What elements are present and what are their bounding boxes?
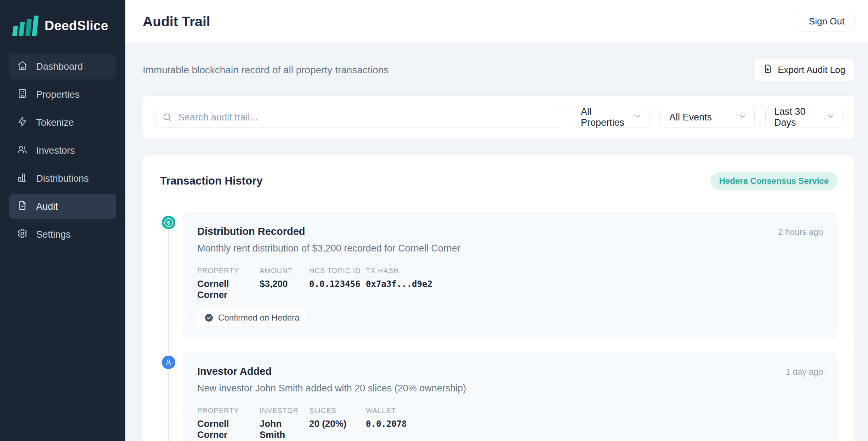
gear-icon <box>17 228 28 241</box>
file-download-icon <box>763 64 773 76</box>
event-marker <box>160 354 177 371</box>
home-icon <box>17 60 28 73</box>
field-label: INVESTOR <box>260 407 309 415</box>
field-label: PROPERTY <box>197 407 260 415</box>
sign-out-button[interactable]: Sign Out <box>799 11 855 32</box>
page-content: Immutable blockchain record of all prope… <box>125 43 868 441</box>
sidebar-item-audit[interactable]: Audit <box>9 194 116 219</box>
event-fields: PROPERTY Cornell Corner INVESTOR John Sm… <box>197 407 823 440</box>
transaction-history-card: Transaction History Hedera Consensus Ser… <box>143 155 855 441</box>
event-title: Distribution Recorded <box>197 226 305 237</box>
sidebar-item-distributions[interactable]: Distributions <box>9 166 116 191</box>
search-input[interactable] <box>155 107 561 128</box>
page-subheader: Immutable blockchain record of all prope… <box>143 59 855 81</box>
chevron-down-icon <box>826 112 835 123</box>
field-label: AMOUNT <box>260 267 309 275</box>
event-card: Distribution Recorded 2 hours ago Monthl… <box>183 213 838 339</box>
field-value: John Smith <box>260 418 309 440</box>
field-value: 0.0.2078 <box>366 418 823 429</box>
event-marker: $ <box>160 214 177 231</box>
event-timestamp: 1 day ago <box>786 366 823 377</box>
property-filter-value: All Properties <box>581 106 633 128</box>
sidebar-item-properties[interactable]: Properties <box>9 82 116 107</box>
sidebar-item-investors[interactable]: Investors <box>9 138 116 163</box>
event-timeline: $ Distribution Recorded 2 hours ago Mont… <box>160 213 838 441</box>
field-value: $3,200 <box>260 278 309 289</box>
status-label: Confirmed on Hedera <box>218 313 299 323</box>
sidebar-item-label: Tokenize <box>36 117 74 128</box>
check-circle-icon <box>204 313 214 322</box>
field-label: SLICES <box>309 407 366 415</box>
document-icon <box>17 200 28 213</box>
transaction-history-title: Transaction History <box>160 175 262 187</box>
sidebar-item-label: Investors <box>36 145 75 156</box>
field-value: Cornell Corner <box>197 418 260 440</box>
field-label: HCS TOPIC ID <box>309 267 366 275</box>
sidebar-item-tokenize[interactable]: Tokenize <box>9 110 116 135</box>
audit-event-investor: Investor Added 1 day ago New investor Jo… <box>160 353 838 441</box>
sidebar-item-label: Audit <box>36 201 58 212</box>
brand-logo: DeedSlice <box>9 0 116 54</box>
field-value: 0x7a3f...d9e2 <box>366 278 823 289</box>
filter-bar: All Properties All Events Last 30 Days <box>143 95 855 139</box>
search-box <box>155 107 561 128</box>
sidebar-nav: Dashboard Properties Tokenize Investors … <box>9 54 116 250</box>
field-value: Cornell Corner <box>197 278 260 300</box>
event-fields: PROPERTY Cornell Corner AMOUNT $3,200 HC… <box>197 267 823 300</box>
bar-chart-icon <box>17 172 28 185</box>
event-description: New investor John Smith added with 20 sl… <box>197 383 823 394</box>
event-timestamp: 2 hours ago <box>778 226 823 237</box>
page-description: Immutable blockchain record of all prope… <box>143 64 388 76</box>
event-title: Investor Added <box>197 366 272 377</box>
event-description: Monthly rent distribution of $3,200 reco… <box>197 243 823 254</box>
field-label: WALLET <box>366 407 823 415</box>
top-bar: Audit Trail Sign Out <box>125 0 868 43</box>
hedera-consensus-badge: Hedera Consensus Service <box>710 172 838 190</box>
search-icon <box>162 112 172 122</box>
audit-event-distribution: $ Distribution Recorded 2 hours ago Mont… <box>160 213 838 339</box>
sidebar-item-label: Distributions <box>36 173 89 184</box>
sidebar-item-settings[interactable]: Settings <box>9 222 116 247</box>
date-range-select[interactable]: Last 30 Days <box>765 107 843 128</box>
page-title: Audit Trail <box>143 14 210 29</box>
field-value: 20 (20%) <box>309 418 366 429</box>
event-filter-select[interactable]: All Events <box>660 107 755 128</box>
sidebar: DeedSlice Dashboard Properties Tokenize … <box>0 0 125 441</box>
investor-icon <box>162 356 175 369</box>
confirmed-status-badge: Confirmed on Hedera <box>197 310 306 326</box>
sidebar-item-dashboard[interactable]: Dashboard <box>9 54 116 79</box>
building-icon <box>17 88 28 101</box>
transaction-history-header: Transaction History Hedera Consensus Ser… <box>160 172 838 190</box>
lightning-icon <box>17 116 28 129</box>
chevron-down-icon <box>738 112 747 123</box>
event-filter-value: All Events <box>669 112 712 123</box>
event-card: Investor Added 1 day ago New investor Jo… <box>183 353 838 441</box>
dollar-circle-icon: $ <box>162 216 175 229</box>
field-label: TX HASH <box>366 267 823 275</box>
chevron-down-icon <box>633 112 642 123</box>
field-value: 0.0.123456 <box>309 278 366 289</box>
date-range-value: Last 30 Days <box>774 106 826 128</box>
field-label: PROPERTY <box>197 267 260 275</box>
deedslice-bars-icon <box>13 16 38 36</box>
brand-name: DeedSlice <box>45 18 108 33</box>
sidebar-item-label: Settings <box>36 229 71 240</box>
property-filter-select[interactable]: All Properties <box>572 107 650 128</box>
export-button-label: Export Audit Log <box>778 64 845 75</box>
export-audit-log-button[interactable]: Export Audit Log <box>753 59 855 81</box>
users-icon <box>17 144 28 157</box>
sidebar-item-label: Dashboard <box>36 61 83 72</box>
sidebar-item-label: Properties <box>36 89 80 100</box>
main-area: Audit Trail Sign Out Immutable blockchai… <box>125 0 868 441</box>
